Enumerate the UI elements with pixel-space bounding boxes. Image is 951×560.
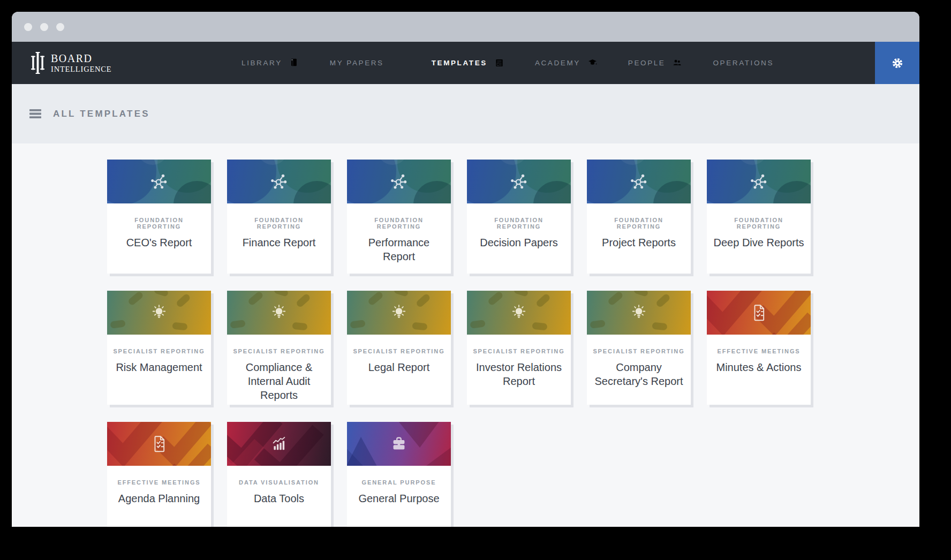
hamburger-icon[interactable] (29, 109, 41, 118)
card-category: SPECIALIST REPORTING (591, 348, 686, 354)
network-icon (148, 171, 170, 192)
traffic-light-minimize-icon[interactable] (40, 23, 48, 31)
template-card[interactable]: FOUNDATION REPORTING Performance Report (347, 160, 451, 274)
card-body: EFFECTIVE MEETINGS Agenda Planning (107, 466, 211, 505)
card-body: SPECIALIST REPORTING Risk Management (107, 335, 211, 374)
template-card[interactable]: SPECIALIST REPORTING Investor Relations … (467, 291, 571, 405)
briefcase-icon (388, 433, 410, 455)
screenshot-stage: BOARD INTELLIGENCE LIBRARY MY PAPERS TEM… (0, 0, 951, 560)
window-titlebar (12, 12, 919, 42)
template-card[interactable]: FOUNDATION REPORTING Decision Papers (467, 160, 571, 274)
page-title: ALL TEMPLATES (53, 109, 150, 119)
card-category: FOUNDATION REPORTING (591, 217, 686, 230)
card-header (107, 291, 211, 335)
template-card[interactable]: SPECIALIST REPORTING Compliance & Intern… (227, 291, 331, 405)
card-category: SPECIALIST REPORTING (471, 348, 567, 354)
bar-chart-icon (268, 433, 290, 455)
brand-name: BOARD INTELLIGENCE (51, 53, 112, 73)
card-header (347, 422, 451, 466)
nav-item-operations[interactable]: OPERATIONS (713, 57, 791, 69)
card-category: FOUNDATION REPORTING (351, 217, 447, 230)
template-card[interactable]: SPECIALIST REPORTING Company Secretary's… (587, 291, 691, 405)
gear-icon (891, 57, 904, 70)
card-category: EFFECTIVE MEETINGS (111, 479, 207, 486)
template-card[interactable]: FOUNDATION REPORTING Project Reports (587, 160, 691, 274)
lightbulb-icon (388, 302, 410, 323)
card-title: Finance Report (231, 236, 327, 249)
network-icon (628, 171, 650, 192)
traffic-light-zoom-icon[interactable] (56, 23, 64, 31)
template-card[interactable]: SPECIALIST REPORTING Legal Report (347, 291, 451, 405)
template-card[interactable]: EFFECTIVE MEETINGS Minutes & Actions (707, 291, 811, 405)
brand-logo[interactable]: BOARD INTELLIGENCE (31, 52, 112, 74)
card-title: Project Reports (591, 236, 686, 249)
top-navbar: BOARD INTELLIGENCE LIBRARY MY PAPERS TEM… (12, 42, 919, 84)
card-header (227, 422, 331, 466)
card-category: EFFECTIVE MEETINGS (711, 348, 806, 354)
card-category: FOUNDATION REPORTING (111, 217, 207, 230)
nav-item-my-papers[interactable]: MY PAPERS (330, 57, 402, 69)
card-body: FOUNDATION REPORTING CEO's Report (107, 203, 211, 249)
card-body: FOUNDATION REPORTING Project Reports (587, 203, 691, 249)
card-category: GENERAL PURPOSE (351, 479, 447, 486)
page-heading-bar: ALL TEMPLATES (12, 84, 919, 143)
graduation-cap-icon (587, 57, 598, 69)
card-title: Deep Dive Reports (711, 236, 806, 249)
template-card[interactable]: FOUNDATION REPORTING Finance Report (227, 160, 331, 274)
card-title: General Purpose (351, 491, 447, 505)
template-card[interactable]: SPECIALIST REPORTING Risk Management (107, 291, 211, 405)
card-header (227, 160, 331, 203)
card-body: SPECIALIST REPORTING Company Secretary's… (587, 335, 691, 388)
checklist-icon (748, 302, 769, 323)
template-card[interactable]: DATA VISUALISATION Data Tools (227, 422, 331, 527)
nav-items: LIBRARY MY PAPERS TEMPLATES ACADEMY PEOP… (241, 57, 791, 69)
card-title: Legal Report (351, 360, 447, 374)
network-icon (748, 171, 769, 192)
template-card[interactable]: EFFECTIVE MEETINGS Agenda Planning (107, 422, 211, 527)
card-category: SPECIALIST REPORTING (231, 348, 327, 354)
nav-item-library[interactable]: LIBRARY (241, 57, 300, 69)
card-header (347, 160, 451, 203)
network-icon (508, 171, 530, 192)
template-card[interactable]: FOUNDATION REPORTING Deep Dive Reports (707, 160, 811, 274)
traffic-light-close-icon[interactable] (24, 23, 32, 31)
settings-button[interactable] (875, 42, 919, 84)
card-header (347, 291, 451, 335)
card-title: Risk Management (111, 360, 207, 374)
card-title: Investor Relations Report (471, 360, 567, 388)
card-body: FOUNDATION REPORTING Decision Papers (467, 203, 571, 249)
card-category: SPECIALIST REPORTING (351, 348, 447, 354)
pillars-logo-icon (31, 52, 45, 74)
card-header (707, 291, 811, 335)
card-title: Data Tools (231, 491, 327, 505)
nav-item-templates[interactable]: TEMPLATES (432, 57, 505, 69)
people-icon (671, 57, 683, 69)
nav-item-people[interactable]: PEOPLE (628, 57, 683, 69)
card-header (227, 291, 331, 335)
card-body: SPECIALIST REPORTING Investor Relations … (467, 335, 571, 388)
card-category: FOUNDATION REPORTING (711, 217, 806, 230)
card-header (707, 160, 811, 203)
card-category: FOUNDATION REPORTING (471, 217, 567, 230)
card-title: Agenda Planning (111, 491, 207, 505)
checklist-icon (148, 433, 170, 455)
card-body: DATA VISUALISATION Data Tools (227, 466, 331, 505)
document-lines-icon (494, 57, 505, 69)
template-card[interactable]: GENERAL PURPOSE General Purpose (347, 422, 451, 527)
lightbulb-icon (148, 302, 170, 323)
checkbox-icon (390, 57, 402, 69)
card-header (467, 291, 571, 335)
card-title: CEO's Report (111, 236, 207, 249)
card-header (587, 160, 691, 203)
card-header (587, 291, 691, 335)
network-icon (388, 171, 410, 192)
book-icon (289, 57, 300, 69)
lightbulb-icon (268, 302, 290, 323)
card-title: Decision Papers (471, 236, 567, 249)
nav-item-academy[interactable]: ACADEMY (535, 57, 598, 69)
template-card[interactable]: FOUNDATION REPORTING CEO's Report (107, 160, 211, 274)
card-header (107, 422, 211, 466)
card-body: SPECIALIST REPORTING Compliance & Intern… (227, 335, 331, 402)
network-icon (268, 171, 290, 192)
lightbulb-icon (628, 302, 650, 323)
